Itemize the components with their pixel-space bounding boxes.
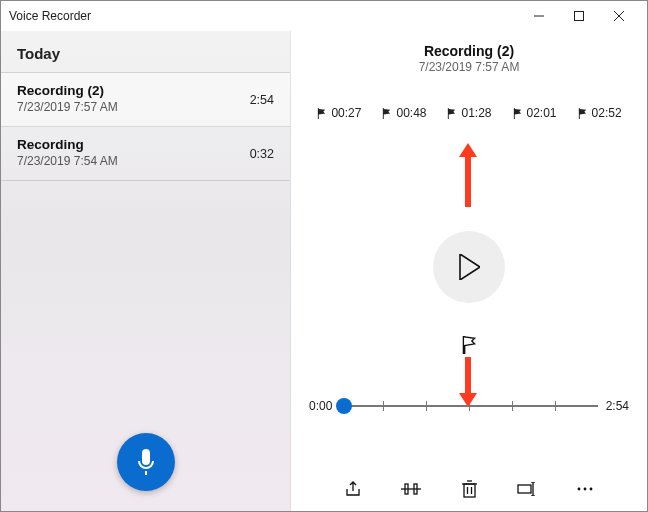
svg-point-18 <box>590 488 593 491</box>
timeline-thumb[interactable] <box>336 398 352 414</box>
section-heading-today: Today <box>1 31 290 73</box>
recording-date: 7/23/2019 7:57 AM <box>17 100 274 114</box>
add-marker-button[interactable] <box>461 336 477 358</box>
rename-button[interactable] <box>517 479 537 499</box>
record-button[interactable] <box>117 433 175 491</box>
ellipsis-icon <box>576 486 594 492</box>
svg-rect-12 <box>518 485 531 493</box>
flag-icon <box>381 108 392 119</box>
recording-list-item[interactable]: Recording 7/23/2019 7:54 AM 0:32 <box>1 127 290 181</box>
share-icon <box>344 480 362 498</box>
svg-rect-7 <box>464 484 475 497</box>
marker-item[interactable]: 02:01 <box>512 106 557 120</box>
maximize-button[interactable] <box>559 1 599 31</box>
marker-item[interactable]: 00:48 <box>381 106 426 120</box>
share-button[interactable] <box>343 479 363 499</box>
svg-point-16 <box>578 488 581 491</box>
more-button[interactable] <box>575 479 595 499</box>
recording-duration: 2:54 <box>250 93 274 107</box>
marker-row: 00:27 00:48 01:28 02:01 02:52 <box>291 106 647 120</box>
marker-item[interactable]: 00:27 <box>316 106 361 120</box>
recording-date: 7/23/2019 7:54 AM <box>17 154 274 168</box>
current-recording-title: Recording (2) <box>291 43 647 59</box>
svg-rect-1 <box>575 12 584 21</box>
flag-icon <box>316 108 327 119</box>
recording-duration: 0:32 <box>250 147 274 161</box>
player-panel: Recording (2) 7/23/2019 7:57 AM 00:27 00… <box>291 31 647 511</box>
recording-title: Recording <box>17 137 274 152</box>
marker-item[interactable]: 02:52 <box>577 106 622 120</box>
minimize-button[interactable] <box>519 1 559 31</box>
recordings-sidebar: Today Recording (2) 7/23/2019 7:57 AM 2:… <box>1 31 291 511</box>
title-bar: Voice Recorder <box>1 1 647 31</box>
rename-icon <box>517 482 537 496</box>
time-start: 0:00 <box>309 399 332 413</box>
time-end: 2:54 <box>606 399 629 413</box>
annotation-arrow-up <box>461 143 475 207</box>
trim-button[interactable] <box>401 479 421 499</box>
flag-icon <box>512 108 523 119</box>
recording-list-item[interactable]: Recording (2) 7/23/2019 7:57 AM 2:54 <box>1 73 290 127</box>
bottom-toolbar <box>291 479 647 499</box>
svg-point-17 <box>584 488 587 491</box>
annotation-arrow-down <box>461 357 475 407</box>
flag-icon <box>446 108 457 119</box>
recording-title: Recording (2) <box>17 83 274 98</box>
microphone-icon <box>136 449 156 475</box>
play-button[interactable] <box>433 231 505 303</box>
delete-button[interactable] <box>459 479 479 499</box>
close-button[interactable] <box>599 1 639 31</box>
current-recording-date: 7/23/2019 7:57 AM <box>291 60 647 74</box>
play-icon <box>458 254 480 280</box>
flag-icon <box>461 336 477 354</box>
trim-icon <box>401 481 421 497</box>
flag-icon <box>577 108 588 119</box>
app-title: Voice Recorder <box>9 9 91 23</box>
trash-icon <box>462 480 477 498</box>
marker-item[interactable]: 01:28 <box>446 106 491 120</box>
